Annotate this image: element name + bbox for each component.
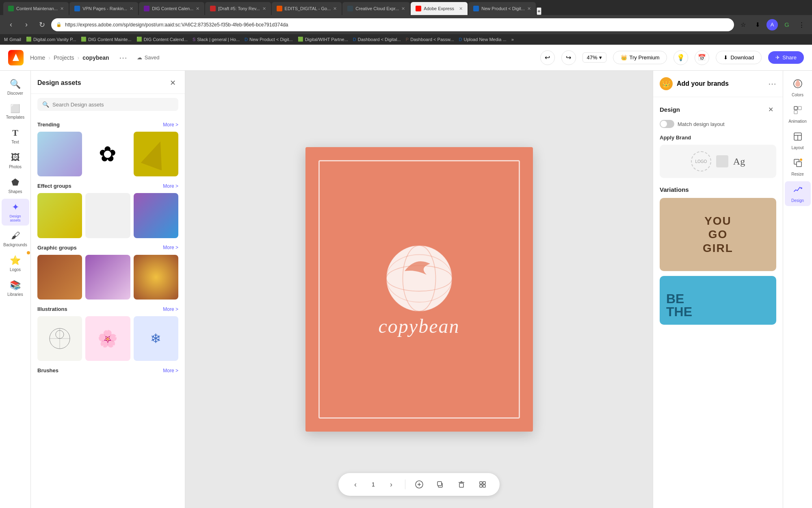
tab-close-6[interactable]: ✕ [401, 6, 405, 11]
tool-item-colors[interactable]: Colors [785, 76, 811, 100]
next-page-button[interactable]: › [384, 477, 398, 492]
download-nav-icon[interactable]: ⬇ [752, 19, 763, 30]
bookmarks-more[interactable]: » [511, 37, 514, 42]
profile-icon[interactable]: A [767, 19, 778, 30]
refresh-button[interactable]: ↻ [36, 19, 48, 31]
menu-icon[interactable]: ⋮ [796, 19, 807, 30]
sidebar-item-shapes[interactable]: ⬟ Shapes [2, 174, 29, 197]
browser-tab-6[interactable]: Creative Cloud Expr... ✕ [342, 2, 410, 15]
graphic-asset-2[interactable] [85, 255, 130, 300]
bookmark-10[interactable]: D Upload New Media ... [459, 37, 507, 42]
brand-color-preview[interactable] [716, 155, 728, 167]
tab-favicon-1 [8, 6, 14, 11]
bookmark-5[interactable]: S Slack | general | Ho... [193, 37, 240, 42]
sidebar-item-libraries[interactable]: 📚 Libraries [2, 277, 29, 300]
apply-brand-title: Apply Brand [660, 135, 776, 141]
variation-card-2[interactable]: BETHE [660, 276, 776, 325]
sidebar-item-design-assets[interactable]: ✦ Design assets [2, 199, 29, 226]
zoom-control[interactable]: 47% ▾ [582, 52, 606, 63]
graphic-asset-3[interactable] [134, 255, 178, 300]
brand-logo-preview[interactable]: LOGO [691, 151, 711, 172]
graphic-groups-more-link[interactable]: More > [163, 245, 178, 250]
illustration-asset-2[interactable]: 🌸 [85, 316, 130, 361]
sidebar-item-templates[interactable]: ⬜ Templates [2, 100, 29, 123]
bookmark-star-icon[interactable]: ☆ [737, 19, 749, 30]
prev-page-button[interactable]: ‹ [348, 477, 363, 492]
effect-groups-more-link[interactable]: More > [163, 183, 178, 189]
match-layout-toggle[interactable] [660, 120, 674, 128]
bookmark-7[interactable]: 🟩 Digital/WIHT Partne... [298, 37, 348, 42]
canvas-card[interactable]: copybean [305, 147, 533, 432]
illustration-asset-1[interactable] [37, 316, 82, 361]
variation-card-1[interactable]: YOUGOGIRL [660, 198, 776, 271]
sidebar-item-backgrounds[interactable]: 🖌 Backgrounds [2, 227, 29, 250]
more-options-button[interactable]: ⋯ [116, 50, 130, 65]
tool-item-layout[interactable]: Layout [785, 128, 811, 153]
tab-close-4[interactable]: ✕ [262, 6, 266, 11]
address-bar[interactable]: 🔒 https://express.adobe.com/sp/design/po… [51, 18, 734, 31]
undo-button[interactable]: ↩ [540, 50, 555, 65]
browser-tab-8[interactable]: New Product < Digit... ✕ [468, 2, 536, 15]
sidebar-item-text[interactable]: T Text [2, 124, 29, 148]
bookmark-6[interactable]: D New Product < Digit... [245, 37, 293, 42]
download-button[interactable]: ⬇ Download [716, 51, 762, 64]
illustrations-more-link[interactable]: More > [163, 306, 178, 312]
browser-tab-7[interactable]: Adobe Express ✕ [411, 2, 468, 15]
sidebar-item-photos[interactable]: 🖼 Photos [2, 149, 29, 172]
projects-link[interactable]: Projects [54, 54, 74, 61]
tab-close-7[interactable]: ✕ [459, 6, 463, 11]
tab-close-1[interactable]: ✕ [60, 6, 64, 11]
bookmark-8[interactable]: D Dashboard < Digital... [353, 37, 401, 42]
graphic-asset-1[interactable] [37, 255, 82, 300]
trending-asset-3[interactable] [134, 132, 178, 176]
bookmark-gmail[interactable]: M Gmail [4, 37, 21, 42]
try-premium-button[interactable]: 👑 Try Premium [613, 51, 667, 64]
delete-page-button[interactable] [454, 477, 469, 492]
bookmark-4[interactable]: 🟩 DIG Content Calend... [136, 37, 188, 42]
illustration-asset-3[interactable]: ❄ [134, 316, 178, 361]
new-tab-button[interactable]: + [537, 7, 541, 15]
browser-tab-2[interactable]: VPN Pages - Rankin... ✕ [69, 2, 138, 15]
browser-tab-4[interactable]: [Draft #5: Tony Rev... ✕ [205, 2, 271, 15]
tab-close-5[interactable]: ✕ [333, 6, 337, 11]
brand-font-preview[interactable]: Ag [733, 156, 745, 167]
trending-asset-1[interactable] [37, 132, 82, 176]
redo-button[interactable]: ↪ [561, 50, 576, 65]
calendar-button[interactable]: 📅 [695, 50, 709, 65]
effect-asset-2[interactable] [85, 193, 130, 238]
browser-tab-5[interactable]: EDITS_DIGITAL - Go... ✕ [272, 2, 342, 15]
add-page-button[interactable] [412, 477, 427, 492]
forward-button[interactable]: › [20, 19, 32, 31]
browser-tab-3[interactable]: DIG Content Calen... ✕ [139, 2, 204, 15]
tab-label-1: Content Maintenan... [16, 6, 58, 11]
effect-asset-3[interactable] [134, 193, 178, 238]
copy-page-button[interactable] [433, 477, 448, 492]
bookmark-2[interactable]: 🟩 Digital.com Vanity P... [26, 37, 76, 42]
tab-close-3[interactable]: ✕ [196, 6, 199, 11]
trending-asset-2[interactable]: ✿ [85, 132, 130, 176]
home-link[interactable]: Home [30, 54, 45, 61]
grid-view-button[interactable] [475, 477, 490, 492]
logo-text: LOGO [695, 159, 707, 164]
extension-icon[interactable]: G [781, 19, 793, 30]
tab-close-2[interactable]: ✕ [130, 6, 133, 11]
tool-item-animation[interactable]: Animation [785, 102, 811, 127]
bookmark-3[interactable]: 🟩 DIG Content Mainte... [81, 37, 131, 42]
tool-item-resize[interactable]: Resize [785, 155, 811, 180]
effect-asset-1[interactable] [37, 193, 82, 238]
tool-item-design[interactable]: Design [785, 181, 811, 206]
sidebar-item-logos[interactable]: ⭐ Logos [2, 252, 29, 275]
browser-tab-1[interactable]: Content Maintenan... ✕ [3, 2, 69, 15]
search-input[interactable] [52, 102, 173, 108]
back-button[interactable]: ‹ [5, 19, 17, 31]
tab-close-8[interactable]: ✕ [527, 6, 531, 11]
panel-close-button[interactable]: ✕ [167, 77, 178, 89]
share-button[interactable]: ✈ Share [768, 51, 804, 64]
design-section-close-button[interactable]: ✕ [765, 104, 776, 115]
trending-more-link[interactable]: More > [163, 122, 178, 128]
lightbulb-button[interactable]: 💡 [673, 50, 688, 65]
brand-more-button[interactable]: ⋯ [768, 79, 776, 89]
sidebar-item-discover[interactable]: 🔍 Discover [2, 76, 29, 99]
bookmark-9[interactable]: P Dashboard < Passw... [406, 37, 454, 42]
brushes-more-link[interactable]: More > [163, 368, 178, 373]
